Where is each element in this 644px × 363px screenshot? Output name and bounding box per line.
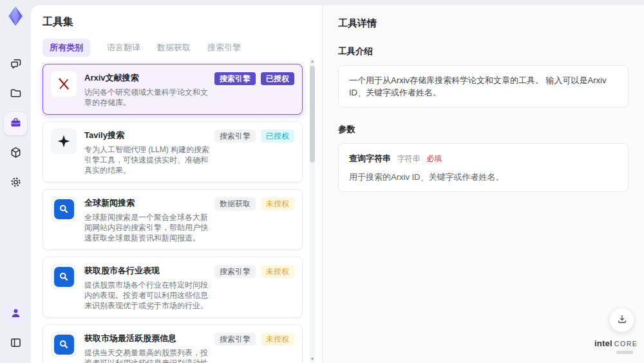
gear-icon — [9, 175, 23, 191]
detail-title: 工具详情 — [338, 17, 629, 30]
download-icon — [616, 313, 628, 328]
nav-collapse-panel[interactable] — [4, 332, 27, 355]
tavily-icon — [51, 128, 77, 154]
tool-list: Arxiv文献搜索 访问各个研究领域大量科学论文和文章的存储库。 搜索引擎 已授… — [43, 64, 303, 363]
nav-settings[interactable] — [4, 172, 27, 195]
tool-badges: 数据获取 未授权 — [214, 197, 294, 210]
auth-badge: 未授权 — [261, 333, 294, 346]
tool-description: 提供股票市场各个行业在特定时间段内的表现。投资者可以利用这些信息来识别表现优于或… — [84, 280, 209, 311]
auth-badge: 未授权 — [261, 265, 294, 278]
nav-toolset[interactable] — [4, 112, 27, 135]
tool-description: 提供当天交易量最高的股票列表，投资者可以利用这些信息来识别流动性强的股票和潜在的… — [84, 348, 209, 363]
download-button[interactable] — [610, 308, 634, 332]
tool-card[interactable]: Arxiv文献搜索 访问各个研究领域大量科学论文和文章的存储库。 搜索引擎 已授… — [43, 64, 303, 115]
tool-body: 获取市场最活跃股票信息 提供当天交易量最高的股票列表，投资者可以利用这些信息来识… — [84, 331, 209, 363]
main-panel: 工具集 所有类别语言翻译数据获取搜索引擎 Arxiv文献搜索 访问各个研究领域大… — [31, 5, 644, 363]
param-header: 查询字符串 字符串 必填 — [349, 152, 618, 165]
scrollbar-thumb[interactable] — [310, 66, 315, 162]
tool-body: Arxiv文献搜索 访问各个研究领域大量科学论文和文章的存储库。 — [84, 71, 209, 108]
briefcase-icon — [9, 116, 23, 132]
arxiv-icon — [51, 71, 77, 97]
nav-chat[interactable] — [4, 53, 27, 76]
intel-wordmark: intel — [594, 338, 612, 348]
param-required-badge: 必填 — [426, 154, 442, 163]
tool-description: 专为人工智能代理 (LLM) 构建的搜索引擎工具，可快速提供实时、准确和真实的结… — [84, 144, 209, 175]
folder-icon — [9, 86, 23, 103]
category-tab-1[interactable]: 语言翻译 — [107, 42, 140, 54]
tool-name: 获取股市各行业表现 — [84, 265, 209, 277]
tool-detail-column: 工具详情 工具介绍 一个用于从Arxiv存储库搜索科学论文和文章的工具。 输入可… — [322, 5, 644, 363]
tool-card[interactable]: 获取市场最活跃股票信息 提供当天交易量最高的股票列表，投资者可以利用这些信息来识… — [43, 324, 303, 363]
auth-badge: 已授权 — [261, 72, 294, 85]
tool-name: Arxiv文献搜索 — [84, 72, 209, 84]
blue-search-icon — [54, 335, 74, 355]
tool-badges: 搜索引擎 已授权 — [214, 130, 294, 142]
app-logo[interactable] — [5, 5, 26, 27]
chat-icon — [9, 57, 23, 73]
brand-subtext — [616, 351, 633, 354]
blue-search-icon — [54, 199, 74, 219]
toolset-column: 工具集 所有类别语言翻译数据获取搜索引擎 Arxiv文献搜索 访问各个研究领域大… — [31, 5, 322, 363]
param-description: 用于搜索的Arxiv ID、关键字或作者姓名。 — [349, 171, 618, 183]
tool-icon — [51, 264, 77, 289]
category-badge: 搜索引擎 — [214, 130, 256, 142]
tool-name: 获取市场最活跃股票信息 — [84, 333, 209, 344]
tool-badges: 搜索引擎 未授权 — [214, 265, 294, 278]
intel-core-logo: intelCORE — [594, 337, 636, 354]
auth-badge: 未授权 — [261, 197, 294, 210]
nav-account[interactable] — [4, 302, 27, 326]
scroll-up-icon[interactable]: ▲ — [310, 58, 315, 64]
tool-intro-text: 一个用于从Arxiv存储库搜索科学论文和文章的工具。 输入可以是Arxiv ID… — [349, 75, 606, 97]
category-tab-0[interactable]: 所有类别 — [43, 39, 90, 57]
intro-heading: 工具介绍 — [338, 46, 629, 57]
tool-description: 访问各个研究领域大量科学论文和文章的存储库。 — [84, 87, 209, 108]
auth-badge: 已授权 — [261, 130, 294, 142]
tool-body: Tavily搜索 专为人工智能代理 (LLM) 构建的搜索引擎工具，可快速提供实… — [84, 128, 209, 175]
tool-description: 全球新闻搜索是一个聚合全球各大新闻网站内容的搜索引擎，帮助用户快速获取全球最新资… — [84, 212, 209, 243]
tool-body: 全球新闻搜索 全球新闻搜索是一个聚合全球各大新闻网站内容的搜索引擎，帮助用户快速… — [84, 196, 209, 243]
tool-name: Tavily搜索 — [84, 130, 209, 141]
tool-card[interactable]: 获取股市各行业表现 提供股票市场各个行业在特定时间段内的表现。投资者可以利用这些… — [43, 257, 303, 318]
tool-intro-box: 一个用于从Arxiv存储库搜索科学论文和文章的工具。 输入可以是Arxiv ID… — [338, 65, 629, 108]
tool-icon — [51, 196, 77, 222]
param-type: 字符串 — [397, 154, 421, 163]
param-box: 查询字符串 字符串 必填 用于搜索的Arxiv ID、关键字或作者姓名。 — [338, 143, 629, 192]
tool-card[interactable]: 全球新闻搜索 全球新闻搜索是一个聚合全球各大新闻网站内容的搜索引擎，帮助用户快速… — [43, 189, 303, 250]
page-title: 工具集 — [43, 15, 322, 29]
tool-card[interactable]: Tavily搜索 专为人工智能代理 (LLM) 构建的搜索引擎工具，可快速提供实… — [43, 121, 303, 182]
blue-search-icon — [54, 267, 74, 287]
tool-name: 全球新闻搜索 — [84, 197, 209, 209]
list-scrollbar[interactable]: ▲ ▼ — [310, 58, 315, 363]
params-heading: 参数 — [338, 124, 629, 135]
category-tabs: 所有类别语言翻译数据获取搜索引擎 — [43, 39, 322, 56]
tool-icon — [51, 331, 77, 357]
cube-icon — [9, 146, 23, 162]
panel-icon — [9, 336, 23, 352]
category-badge: 搜索引擎 — [214, 265, 256, 278]
user-icon — [9, 306, 23, 322]
nav-packages[interactable] — [4, 142, 27, 165]
left-icon-rail — [0, 0, 31, 363]
tool-badges: 搜索引擎 已授权 — [214, 72, 294, 85]
scroll-down-icon[interactable]: ▼ — [310, 356, 315, 362]
tool-body: 获取股市各行业表现 提供股票市场各个行业在特定时间段内的表现。投资者可以利用这些… — [84, 264, 209, 311]
nav-files[interactable] — [4, 83, 27, 106]
category-badge: 搜索引擎 — [214, 72, 256, 85]
category-badge: 数据获取 — [214, 197, 256, 210]
category-badge: 搜索引擎 — [214, 333, 256, 346]
core-wordmark: CORE — [614, 340, 638, 348]
category-tab-3[interactable]: 搜索引擎 — [207, 42, 241, 54]
param-name: 查询字符串 — [349, 153, 391, 163]
category-tab-2[interactable]: 数据获取 — [157, 42, 191, 54]
tool-badges: 搜索引擎 未授权 — [214, 333, 294, 346]
